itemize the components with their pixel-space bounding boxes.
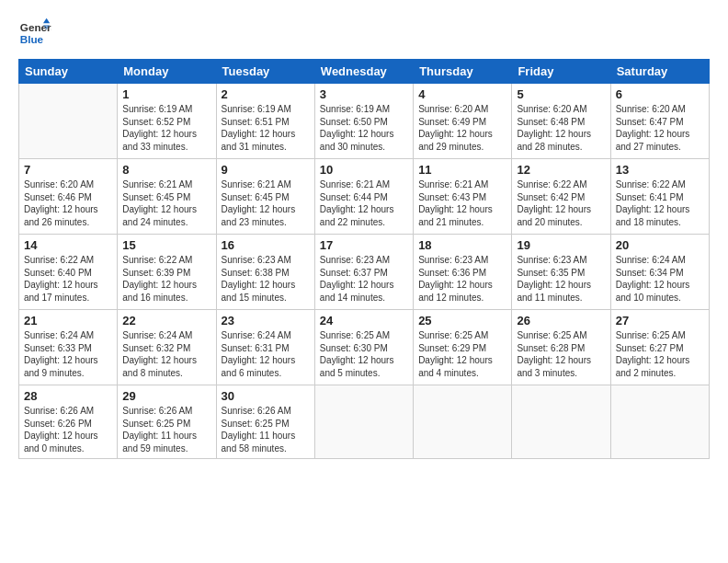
- day-info: Sunrise: 6:22 AM Sunset: 6:41 PM Dayligh…: [616, 178, 704, 228]
- calendar-cell: 21Sunrise: 6:24 AM Sunset: 6:33 PM Dayli…: [19, 310, 118, 385]
- day-info: Sunrise: 6:24 AM Sunset: 6:33 PM Dayligh…: [24, 329, 112, 379]
- day-info: Sunrise: 6:23 AM Sunset: 6:35 PM Dayligh…: [517, 254, 605, 304]
- day-number: 28: [24, 389, 112, 403]
- day-number: 18: [418, 238, 506, 252]
- calendar-cell: 5Sunrise: 6:20 AM Sunset: 6:48 PM Daylig…: [512, 84, 610, 159]
- day-number: 10: [320, 163, 408, 177]
- day-info: Sunrise: 6:20 AM Sunset: 6:46 PM Dayligh…: [24, 178, 112, 228]
- calendar-cell: 9Sunrise: 6:21 AM Sunset: 6:45 PM Daylig…: [216, 159, 314, 235]
- day-info: Sunrise: 6:25 AM Sunset: 6:28 PM Dayligh…: [517, 329, 605, 379]
- day-number: 11: [418, 163, 506, 177]
- day-info: Sunrise: 6:19 AM Sunset: 6:52 PM Dayligh…: [122, 103, 210, 153]
- day-number: 21: [24, 314, 112, 327]
- calendar-cell: 13Sunrise: 6:22 AM Sunset: 6:41 PM Dayli…: [610, 159, 709, 235]
- calendar-cell: 27Sunrise: 6:25 AM Sunset: 6:27 PM Dayli…: [610, 310, 709, 385]
- day-info: Sunrise: 6:21 AM Sunset: 6:43 PM Dayligh…: [418, 178, 506, 228]
- calendar-cell: 6Sunrise: 6:20 AM Sunset: 6:47 PM Daylig…: [610, 84, 709, 159]
- calendar-cell: 16Sunrise: 6:23 AM Sunset: 6:38 PM Dayli…: [216, 235, 314, 310]
- day-number: 24: [320, 314, 408, 327]
- day-number: 4: [418, 87, 506, 101]
- day-info: Sunrise: 6:23 AM Sunset: 6:38 PM Dayligh…: [222, 254, 310, 304]
- calendar-cell: 29Sunrise: 6:26 AM Sunset: 6:25 PM Dayli…: [118, 385, 216, 459]
- calendar-cell: 22Sunrise: 6:24 AM Sunset: 6:32 PM Dayli…: [118, 310, 216, 385]
- day-info: Sunrise: 6:22 AM Sunset: 6:40 PM Dayligh…: [24, 254, 112, 304]
- calendar-header-thursday: Thursday: [414, 60, 512, 84]
- day-info: Sunrise: 6:20 AM Sunset: 6:49 PM Dayligh…: [418, 103, 506, 153]
- day-number: 3: [320, 87, 408, 101]
- logo-icon: General Blue: [18, 17, 51, 50]
- day-info: Sunrise: 6:20 AM Sunset: 6:48 PM Dayligh…: [517, 103, 605, 153]
- calendar-header-wednesday: Wednesday: [314, 60, 413, 84]
- day-info: Sunrise: 6:19 AM Sunset: 6:51 PM Dayligh…: [222, 103, 310, 153]
- calendar-cell: 2Sunrise: 6:19 AM Sunset: 6:51 PM Daylig…: [216, 84, 314, 159]
- calendar-header-row: SundayMondayTuesdayWednesdayThursdayFrid…: [19, 60, 710, 84]
- calendar-cell: 7Sunrise: 6:20 AM Sunset: 6:46 PM Daylig…: [19, 159, 118, 235]
- calendar-cell: 20Sunrise: 6:24 AM Sunset: 6:34 PM Dayli…: [610, 235, 709, 310]
- day-info: Sunrise: 6:25 AM Sunset: 6:29 PM Dayligh…: [418, 329, 506, 379]
- day-number: 17: [320, 238, 408, 252]
- calendar-week-row: 14Sunrise: 6:22 AM Sunset: 6:40 PM Dayli…: [19, 235, 710, 310]
- calendar-header-friday: Friday: [512, 60, 610, 84]
- day-number: 16: [222, 238, 310, 252]
- day-info: Sunrise: 6:21 AM Sunset: 6:44 PM Dayligh…: [320, 178, 408, 228]
- calendar-header-monday: Monday: [118, 60, 216, 84]
- day-number: 29: [122, 389, 210, 403]
- day-info: Sunrise: 6:22 AM Sunset: 6:42 PM Dayligh…: [517, 178, 605, 228]
- calendar-week-row: 21Sunrise: 6:24 AM Sunset: 6:33 PM Dayli…: [19, 310, 710, 385]
- calendar-cell: 23Sunrise: 6:24 AM Sunset: 6:31 PM Dayli…: [216, 310, 314, 385]
- day-number: 6: [616, 87, 704, 101]
- calendar-cell: 15Sunrise: 6:22 AM Sunset: 6:39 PM Dayli…: [118, 235, 216, 310]
- calendar-cell: 14Sunrise: 6:22 AM Sunset: 6:40 PM Dayli…: [19, 235, 118, 310]
- svg-text:Blue: Blue: [20, 33, 44, 45]
- calendar-cell: [610, 385, 709, 459]
- calendar-header-sunday: Sunday: [19, 60, 118, 84]
- day-info: Sunrise: 6:21 AM Sunset: 6:45 PM Dayligh…: [222, 178, 310, 228]
- calendar-week-row: 1Sunrise: 6:19 AM Sunset: 6:52 PM Daylig…: [19, 84, 710, 159]
- day-number: 23: [222, 314, 310, 327]
- calendar-cell: 11Sunrise: 6:21 AM Sunset: 6:43 PM Dayli…: [414, 159, 512, 235]
- day-number: 5: [517, 87, 605, 101]
- day-info: Sunrise: 6:19 AM Sunset: 6:50 PM Dayligh…: [320, 103, 408, 153]
- header: General Blue: [18, 17, 710, 50]
- day-number: 19: [517, 238, 605, 252]
- page: General Blue SundayMondayTuesdayWednesda…: [0, 0, 728, 563]
- day-number: 27: [616, 314, 704, 327]
- day-info: Sunrise: 6:25 AM Sunset: 6:30 PM Dayligh…: [320, 329, 408, 379]
- calendar-header-tuesday: Tuesday: [216, 60, 314, 84]
- calendar-cell: 24Sunrise: 6:25 AM Sunset: 6:30 PM Dayli…: [314, 310, 413, 385]
- day-info: Sunrise: 6:21 AM Sunset: 6:45 PM Dayligh…: [122, 178, 210, 228]
- calendar-cell: 28Sunrise: 6:26 AM Sunset: 6:26 PM Dayli…: [19, 385, 118, 459]
- calendar-cell: 30Sunrise: 6:26 AM Sunset: 6:25 PM Dayli…: [216, 385, 314, 459]
- day-number: 9: [222, 163, 310, 177]
- calendar-cell: [19, 84, 118, 159]
- day-number: 20: [616, 238, 704, 252]
- day-number: 12: [517, 163, 605, 177]
- calendar-cell: 17Sunrise: 6:23 AM Sunset: 6:37 PM Dayli…: [314, 235, 413, 310]
- day-info: Sunrise: 6:24 AM Sunset: 6:31 PM Dayligh…: [222, 329, 310, 379]
- calendar-cell: 25Sunrise: 6:25 AM Sunset: 6:29 PM Dayli…: [414, 310, 512, 385]
- day-number: 14: [24, 238, 112, 252]
- calendar-cell: 10Sunrise: 6:21 AM Sunset: 6:44 PM Dayli…: [314, 159, 413, 235]
- calendar-table: SundayMondayTuesdayWednesdayThursdayFrid…: [18, 59, 710, 459]
- day-number: 25: [418, 314, 506, 327]
- calendar-cell: 26Sunrise: 6:25 AM Sunset: 6:28 PM Dayli…: [512, 310, 610, 385]
- calendar-cell: 4Sunrise: 6:20 AM Sunset: 6:49 PM Daylig…: [414, 84, 512, 159]
- day-info: Sunrise: 6:26 AM Sunset: 6:25 PM Dayligh…: [122, 405, 210, 454]
- day-number: 13: [616, 163, 704, 177]
- calendar-cell: 12Sunrise: 6:22 AM Sunset: 6:42 PM Dayli…: [512, 159, 610, 235]
- day-number: 7: [24, 163, 112, 177]
- day-info: Sunrise: 6:23 AM Sunset: 6:37 PM Dayligh…: [320, 254, 408, 304]
- day-number: 30: [222, 389, 310, 403]
- calendar-header-saturday: Saturday: [610, 60, 709, 84]
- day-info: Sunrise: 6:25 AM Sunset: 6:27 PM Dayligh…: [616, 329, 704, 379]
- day-info: Sunrise: 6:23 AM Sunset: 6:36 PM Dayligh…: [418, 254, 506, 304]
- day-number: 1: [122, 87, 210, 101]
- calendar-cell: [314, 385, 413, 459]
- calendar-cell: 19Sunrise: 6:23 AM Sunset: 6:35 PM Dayli…: [512, 235, 610, 310]
- calendar-week-row: 7Sunrise: 6:20 AM Sunset: 6:46 PM Daylig…: [19, 159, 710, 235]
- day-info: Sunrise: 6:24 AM Sunset: 6:32 PM Dayligh…: [122, 329, 210, 379]
- day-info: Sunrise: 6:22 AM Sunset: 6:39 PM Dayligh…: [122, 254, 210, 304]
- day-number: 15: [122, 238, 210, 252]
- day-number: 8: [122, 163, 210, 177]
- calendar-week-row: 28Sunrise: 6:26 AM Sunset: 6:26 PM Dayli…: [19, 385, 710, 459]
